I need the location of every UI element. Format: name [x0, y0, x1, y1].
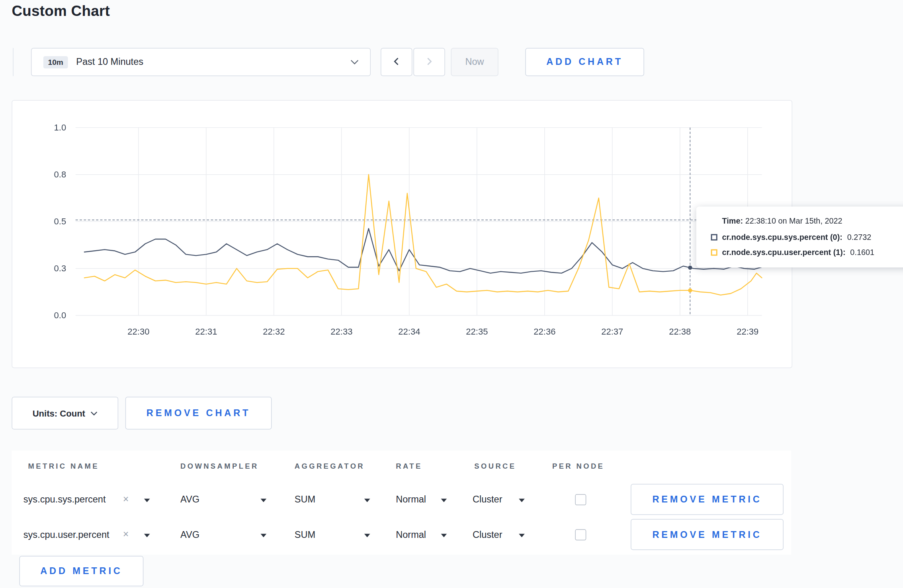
caret-down-icon[interactable] — [144, 534, 150, 537]
remove-metric-button[interactable]: REMOVE METRIC — [631, 519, 784, 550]
tooltip-series-row: cr.node.sys.cpu.user.percent (1): 0.1601 — [711, 248, 903, 257]
tooltip-series-row: cr.node.sys.cpu.sys.percent (0): 0.2732 — [711, 233, 903, 241]
svg-text:0.3: 0.3 — [54, 263, 66, 273]
column-header-rate: RATE — [396, 462, 422, 471]
svg-text:22:38: 22:38 — [669, 327, 691, 337]
svg-text:1.0: 1.0 — [54, 123, 66, 132]
rate-select[interactable]: Normal — [396, 495, 426, 505]
tooltip-series-value: 0.1601 — [850, 248, 874, 257]
downsampler-select[interactable]: AVG — [180, 530, 199, 540]
caret-down-icon[interactable] — [364, 534, 370, 537]
svg-text:0.5: 0.5 — [54, 216, 66, 226]
caret-down-icon[interactable] — [364, 498, 370, 502]
source-select[interactable]: Cluster — [473, 530, 502, 540]
caret-down-icon[interactable] — [261, 534, 267, 537]
time-range-select[interactable]: 10m Past 10 Minutes — [31, 48, 371, 76]
downsampler-select[interactable]: AVG — [180, 495, 199, 505]
aggregator-select[interactable]: SUM — [295, 495, 315, 505]
add-metric-button[interactable]: ADD METRIC — [20, 556, 144, 586]
caret-down-icon[interactable] — [519, 498, 525, 502]
svg-text:22:39: 22:39 — [737, 327, 758, 337]
chart-card: 0.00.30.50.81.022:3022:3122:3222:3322:34… — [12, 100, 792, 368]
tooltip-series-label: cr.node.sys.cpu.sys.percent (0): — [722, 233, 842, 241]
tooltip-time: Time: 22:38:10 on Mar 15th, 2022 — [711, 216, 903, 225]
tooltip-series-value: 0.2732 — [847, 233, 872, 241]
page-title: Custom Chart — [12, 2, 110, 19]
custom-chart-page: Custom Chart 10m Past 10 Minutes Now ADD… — [0, 0, 903, 588]
time-range-badge: 10m — [43, 56, 68, 68]
clear-icon[interactable]: × — [123, 494, 129, 505]
cpu-usage-chart[interactable]: 0.00.30.50.81.022:3022:3122:3222:3322:34… — [12, 101, 792, 368]
svg-text:22:30: 22:30 — [127, 327, 149, 337]
aggregator-select[interactable]: SUM — [295, 530, 315, 540]
clear-icon[interactable]: × — [123, 529, 129, 540]
metric-row: sys.cpu.user.percent × AVG SUM Normal Cl… — [12, 517, 791, 552]
metric-name-select[interactable]: sys.cpu.user.percent — [23, 530, 109, 540]
caret-down-icon[interactable] — [441, 534, 447, 537]
tooltip-time-value: 22:38:10 on Mar 15th, 2022 — [745, 216, 842, 225]
time-prev-button[interactable] — [381, 48, 412, 76]
svg-text:22:34: 22:34 — [398, 327, 420, 337]
metric-row: sys.cpu.sys.percent × AVG SUM Normal Clu… — [12, 482, 791, 517]
caret-down-icon[interactable] — [519, 534, 525, 537]
series-swatch-sys-icon — [711, 234, 717, 240]
add-chart-button[interactable]: ADD CHART — [525, 48, 644, 76]
column-header-downsampler: DOWNSAMPLER — [180, 462, 259, 471]
remove-chart-button[interactable]: REMOVE CHART — [125, 397, 272, 429]
svg-text:22:36: 22:36 — [534, 327, 555, 337]
column-header-per-node: PER NODE — [552, 462, 604, 471]
caret-down-icon[interactable] — [441, 498, 447, 502]
metric-name-select[interactable]: sys.cpu.sys.percent — [23, 495, 106, 505]
column-header-source: SOURCE — [474, 462, 516, 471]
per-node-checkbox[interactable] — [575, 529, 586, 540]
metrics-table: METRIC NAME DOWNSAMPLER AGGREGATOR RATE … — [12, 451, 791, 555]
svg-text:22:35: 22:35 — [466, 327, 488, 337]
time-next-button[interactable] — [413, 48, 445, 76]
svg-text:0.0: 0.0 — [54, 310, 66, 320]
column-header-metric-name: METRIC NAME — [28, 462, 99, 471]
svg-text:22:37: 22:37 — [601, 327, 623, 337]
source-select[interactable]: Cluster — [473, 495, 502, 505]
tooltip-series-label: cr.node.sys.cpu.user.percent (1): — [722, 248, 845, 257]
chevron-down-icon — [351, 59, 358, 64]
remove-metric-button[interactable]: REMOVE METRIC — [631, 484, 784, 515]
toolbar-divider — [13, 48, 13, 76]
series-swatch-user-icon — [711, 249, 717, 256]
chevron-right-icon — [425, 57, 434, 67]
metrics-table-header: METRIC NAME DOWNSAMPLER AGGREGATOR RATE … — [12, 451, 791, 482]
chevron-left-icon — [392, 57, 401, 67]
chart-tooltip: Time: 22:38:10 on Mar 15th, 2022 cr.node… — [696, 206, 903, 267]
now-button[interactable]: Now — [451, 48, 498, 76]
svg-text:22:31: 22:31 — [195, 327, 217, 337]
caret-down-icon[interactable] — [144, 498, 150, 502]
per-node-checkbox[interactable] — [575, 494, 586, 505]
chevron-down-icon — [91, 408, 98, 418]
rate-select[interactable]: Normal — [396, 530, 426, 540]
column-header-aggregator: AGGREGATOR — [295, 462, 365, 471]
svg-text:22:33: 22:33 — [330, 327, 352, 337]
svg-text:22:32: 22:32 — [263, 327, 285, 337]
time-range-label: Past 10 Minutes — [76, 57, 143, 67]
svg-text:0.8: 0.8 — [54, 169, 66, 179]
units-select[interactable]: Units: Count — [12, 397, 118, 429]
caret-down-icon[interactable] — [261, 498, 267, 502]
